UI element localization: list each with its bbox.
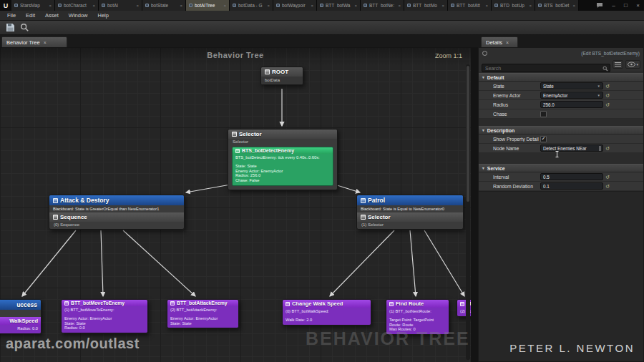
maximize-button[interactable]: □ — [620, 0, 632, 11]
selector-node[interactable]: Selector Selector BTS_botDetectEnemy BTS… — [228, 129, 338, 190]
menu-asset[interactable]: Asset — [40, 12, 64, 19]
show-property-checkbox[interactable]: ✓ — [540, 136, 547, 142]
view-options-button[interactable]: ▾ — [625, 60, 640, 69]
close-button[interactable]: × — [632, 0, 644, 11]
search-icon — [20, 23, 29, 32]
root-icon — [265, 69, 270, 74]
find-button[interactable] — [19, 22, 30, 34]
asset-tab-botai[interactable]: botAI× — [99, 0, 142, 11]
task-icon — [170, 301, 175, 305]
tab-close-icon[interactable]: × — [529, 4, 532, 8]
search-icon — [602, 62, 608, 74]
node-name-input[interactable]: Detect Enemies NEar — [540, 145, 603, 152]
state-dropdown[interactable]: State ▼ — [540, 82, 603, 89]
find-route-node[interactable]: Find Route (1) BTT_botNextRoute: Target … — [386, 299, 449, 335]
asset-tab-starsmap[interactable]: StarsMap× — [11, 0, 55, 11]
edit-asset-link[interactable]: (Edit BTS_botDetectEnemy) — [581, 51, 640, 56]
section-description[interactable]: ▾ Description — [479, 126, 643, 134]
reset-icon[interactable]: ↺ — [605, 93, 610, 98]
reset-icon[interactable]: ↺ — [605, 102, 610, 107]
chase-checkbox[interactable] — [540, 111, 547, 117]
enemy-actor-dropdown[interactable]: EnemyActor ▼ — [540, 92, 603, 99]
asset-tab-bts-botdet[interactable]: BTS_botDet× — [535, 0, 579, 11]
feedback-bubble-icon[interactable] — [592, 2, 608, 9]
row-radius: Radius 256.0 ↺ — [479, 100, 643, 109]
asset-tab-btt-botne[interactable]: BTT_botNe:× — [361, 0, 404, 11]
tab-close-icon[interactable]: × — [485, 4, 488, 8]
tab-details[interactable]: Details × — [481, 36, 518, 47]
attack-enemy-node[interactable]: BTT_botAttackEnemy (2) BTT_botAttackEnem… — [167, 299, 239, 328]
menu-help[interactable]: Help — [92, 12, 113, 19]
eye-icon — [628, 62, 635, 67]
tab-close-icon[interactable]: × — [441, 4, 444, 8]
reset-icon[interactable]: ↺ — [605, 175, 610, 180]
save-icon — [6, 23, 15, 32]
reset-icon[interactable]: ↺ — [605, 146, 610, 151]
graph-canvas[interactable]: Behavior Tree Zoom 1:1 — [0, 47, 471, 362]
scrollbar-thumb[interactable] — [467, 66, 469, 202]
chevron-down-icon: ▼ — [597, 84, 600, 88]
move-to-enemy-node[interactable]: BTT_botMoveToEnemy (1) BTT_botMoveToEnem… — [61, 299, 148, 333]
node-subtitle: (0) Sequence — [49, 222, 184, 229]
object-circle-icon — [482, 51, 487, 56]
service-node-bts-botdetectenemy[interactable]: BTS_botDetectEnemy BTS_botDetectEnemy: t… — [232, 147, 333, 186]
task-header: Find Route — [386, 300, 449, 308]
tab-close-icon[interactable]: × — [572, 4, 575, 8]
tab-close-icon[interactable]: × — [223, 4, 226, 8]
reset-icon[interactable]: ↺ — [605, 84, 610, 89]
row-node-name: Node Name Detect Enemies NEar ↺ — [479, 144, 643, 153]
asset-tab-botstate[interactable]: botState× — [142, 0, 186, 11]
tab-close-icon[interactable]: × — [311, 4, 313, 8]
patrol-node[interactable]: Patrol Blackboard: State is Equal to New… — [356, 195, 464, 230]
interval-input[interactable]: 0.5 — [540, 173, 603, 180]
section-service[interactable]: ▾ Service — [479, 164, 643, 172]
tab-close-icon[interactable]: × — [136, 4, 139, 8]
graph-vertical-scrollbar[interactable] — [466, 64, 470, 360]
tab-close-icon[interactable]: × — [506, 40, 509, 45]
tab-close-icon[interactable]: × — [49, 4, 52, 8]
row-state: State State ▼ ↺ — [479, 82, 643, 91]
asset-tab-botwaypoint[interactable]: botWaypoir× — [273, 0, 317, 11]
blackboard-condition: Blackboard: State is GreaterOrEqual than… — [49, 205, 184, 212]
attack-destroy-node[interactable]: Attack & Destory Blackboard: State is Gr… — [49, 195, 185, 230]
asset-tab-botcharact[interactable]: botCharact× — [55, 0, 99, 11]
asset-tab-btt-botwa[interactable]: BTT_botWa× — [317, 0, 361, 11]
tab-close-icon[interactable]: × — [180, 4, 182, 8]
tab-close-icon[interactable]: × — [267, 4, 270, 8]
asset-tab-botaitree[interactable]: botAITree× — [186, 0, 230, 11]
asset-tab-botdata[interactable]: botData - G× — [230, 0, 273, 11]
tab-close-icon[interactable]: × — [92, 4, 95, 8]
tab-close-icon[interactable]: × — [354, 4, 357, 8]
property-matrix-button[interactable] — [613, 60, 623, 69]
details-search-row: ▾ — [479, 59, 643, 71]
root-node[interactable]: ROOT botData — [260, 67, 303, 85]
minimize-button[interactable]: – — [608, 0, 620, 11]
tab-behavior-tree[interactable]: Behavior Tree × — [1, 36, 67, 47]
asset-icon — [538, 4, 542, 7]
menu-edit[interactable]: Edit — [21, 12, 40, 19]
decorator-header: uccess — [0, 300, 41, 310]
menu-file[interactable]: File — [2, 12, 21, 19]
asset-icon — [364, 4, 367, 7]
section-default[interactable]: ▾ Default — [479, 73, 643, 82]
asset-tab-btt-botmo[interactable]: BTT_botMo× — [404, 0, 448, 11]
reset-icon[interactable]: ↺ — [605, 184, 610, 189]
save-button[interactable] — [4, 22, 16, 34]
prop-label: Chase — [493, 112, 540, 117]
asset-icon — [14, 4, 18, 7]
details-empty-area — [479, 191, 643, 361]
asset-tab-btd-botup[interactable]: BTD_botUp× — [492, 0, 535, 11]
walkspeed-node-clipped[interactable]: uccess WalkSpeed Radius: 0.0 — [0, 299, 42, 334]
tab-close-icon[interactable]: × — [44, 40, 47, 45]
random-deviation-input[interactable]: 0.1 — [540, 182, 603, 190]
service-header: BTS_botDetectEnemy — [233, 147, 333, 154]
change-walk-speed-node[interactable]: Change Walk Speed (0) BTT_botWalkSpeed: … — [282, 299, 371, 326]
decorator-header: Attack & Destory — [49, 195, 184, 205]
prop-label: Node Name — [493, 146, 540, 151]
radius-input[interactable]: 256.0 — [540, 101, 603, 108]
node-subtitle: (1) Selector — [357, 222, 463, 229]
menu-window[interactable]: Window — [64, 12, 93, 19]
tab-close-icon[interactable]: × — [398, 4, 401, 8]
search-input[interactable] — [482, 64, 610, 72]
asset-tab-btt-botatt[interactable]: BTT_botAtt× — [448, 0, 492, 11]
